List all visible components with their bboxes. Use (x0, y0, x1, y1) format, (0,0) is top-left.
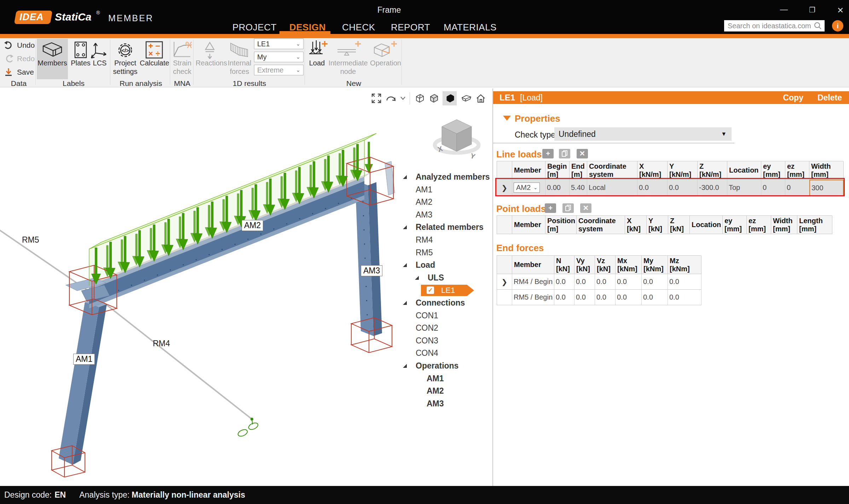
tree-item-am2[interactable]: AM2 (402, 196, 432, 208)
column-am3[interactable] (355, 180, 382, 336)
end-force-cell[interactable]: 0.0 (668, 290, 701, 305)
result-extreme-combo[interactable]: Extreme⌄ (254, 65, 304, 75)
tab-project[interactable]: PROJECT (232, 22, 277, 33)
line-load-begin-cell[interactable]: 0.00 (545, 180, 570, 196)
result-component-combo[interactable]: My⌄ (254, 52, 304, 62)
line-loads-add-button[interactable]: + (542, 149, 554, 158)
line-load-y-cell[interactable]: 0.0 (668, 180, 698, 196)
tree-item-load[interactable]: Load (402, 259, 435, 271)
home-view-icon[interactable] (476, 93, 486, 103)
info-button[interactable]: i (832, 20, 843, 31)
internal-forces-button[interactable] (229, 41, 249, 60)
tree-item-rm5[interactable]: RM5 (402, 247, 433, 259)
delete-button[interactable]: Delete (818, 93, 842, 103)
line-loads-delete-button[interactable]: ✕ (577, 149, 588, 158)
label-rm5[interactable]: RM5 (22, 235, 39, 245)
intermediate-node-button[interactable] (333, 40, 364, 61)
tab-report[interactable]: REPORT (391, 22, 430, 33)
end-force-member-cell[interactable]: RM5 / Begin (512, 290, 554, 305)
zoom-fit-icon[interactable] (371, 93, 381, 103)
nav-cube[interactable]: X Y (435, 120, 479, 161)
minimize-button[interactable]: — (780, 5, 788, 14)
label-am1[interactable]: AM1 (73, 354, 95, 365)
search-icon[interactable] (814, 22, 822, 30)
line-load-width-cell[interactable]: 300 (809, 180, 844, 196)
line-load-member-cell[interactable]: AM2⌄ (512, 180, 545, 196)
end-force-cell[interactable]: 0.0 (595, 274, 616, 290)
members-button[interactable] (41, 41, 64, 60)
operation-button[interactable] (371, 40, 400, 61)
point-loads-add-button[interactable]: + (545, 203, 556, 213)
view-shaded-edges-icon[interactable] (428, 93, 438, 103)
line-load-ey-cell[interactable]: 0 (761, 180, 785, 196)
end-force-cell[interactable]: 0.0 (554, 274, 574, 290)
end-force-cell[interactable]: 0.0 (642, 290, 668, 305)
strain-check-button[interactable]: % (172, 40, 192, 61)
undo-button[interactable]: Undo (4, 41, 14, 52)
maximize-button[interactable]: ❐ (809, 6, 815, 14)
lcs-button[interactable] (91, 40, 110, 61)
member-rm4-line[interactable] (91, 293, 252, 419)
end-force-cell[interactable]: 0.0 (595, 290, 616, 305)
end-force-cell[interactable]: 0.0 (554, 290, 574, 305)
tab-check[interactable]: CHECK (342, 22, 375, 33)
end-force-member-cell[interactable]: RM4 / Begin (512, 274, 554, 290)
tree-item-rm4[interactable]: RM4 (402, 234, 433, 246)
line-load-z-cell[interactable]: -300.0 (698, 180, 727, 196)
line-load-end-cell[interactable]: 5.40 (570, 180, 587, 196)
end-force-cell[interactable]: 0.0 (574, 290, 595, 305)
reactions-button[interactable] (201, 41, 219, 61)
plates-button[interactable] (73, 41, 88, 60)
result-load-combo[interactable]: LE1⌄ (254, 39, 304, 49)
tree-item-am1[interactable]: AM1 (402, 184, 432, 196)
end-force-cell[interactable]: 0.0 (668, 274, 701, 290)
rotate-view-chevron[interactable] (400, 97, 405, 100)
line-load-x-cell[interactable]: 0.0 (637, 180, 668, 196)
tree-item-con4[interactable]: CON4 (402, 347, 438, 359)
tree-item-connections[interactable]: Connections (402, 297, 465, 309)
row-expander[interactable]: ❯ (497, 274, 512, 290)
le1-checkbox[interactable]: ✓ (427, 286, 434, 294)
label-am2[interactable]: AM2 (242, 220, 263, 231)
save-button[interactable]: Save (4, 68, 14, 79)
column-am1[interactable] (59, 300, 107, 465)
label-rm4[interactable]: RM4 (153, 339, 170, 348)
point-loads-delete-button[interactable]: ✕ (580, 203, 591, 213)
tree-item-con2[interactable]: CON2 (402, 322, 438, 334)
search-box[interactable]: Search on ideastatica.com (724, 20, 825, 31)
tree-item-am2[interactable]: AM2 (402, 385, 444, 397)
end-force-cell[interactable]: 0.0 (574, 274, 595, 290)
tree-item-operations[interactable]: Operations (402, 360, 458, 372)
tree-item-con3[interactable]: CON3 (402, 335, 438, 347)
tree-item-con1[interactable]: CON1 (402, 309, 438, 322)
end-force-cell[interactable]: 0.0 (642, 274, 668, 290)
tree-item-le1-selected[interactable]: ✓LE1 (421, 285, 467, 296)
redo-button[interactable]: Redo (4, 54, 14, 65)
tree-item-related-members[interactable]: Related members (402, 221, 484, 233)
project-settings-button[interactable]: </> (115, 40, 135, 62)
tree-item-am3[interactable]: AM3 (402, 209, 432, 221)
check-type-select[interactable]: Undefined ▼ (554, 127, 732, 141)
label-am3[interactable]: AM3 (361, 265, 382, 276)
tree-item-analyzed-members[interactable]: Analyzed members (402, 171, 490, 183)
end-force-cell[interactable]: 0.0 (616, 274, 642, 290)
tab-materials[interactable]: MATERIALS (444, 22, 497, 33)
line-load-coord-cell[interactable]: Local (587, 180, 637, 196)
load-button[interactable] (308, 40, 329, 61)
view-wireframe-icon[interactable] (414, 93, 424, 103)
tree-item-am3[interactable]: AM3 (402, 398, 444, 410)
row-expander[interactable]: ❯ (497, 180, 512, 196)
calculate-button[interactable]: +−×÷ (145, 41, 163, 60)
section-view-icon[interactable] (461, 93, 472, 103)
point-loads-copy-button[interactable] (562, 203, 574, 213)
viewport-3d[interactable]: X Y AM2 AM3 AM1 RM5 RM4 Analyzed members… (0, 88, 492, 486)
tree-item-uls[interactable]: ULS (402, 272, 444, 284)
view-solid-button[interactable] (443, 91, 457, 105)
properties-collapse-icon[interactable] (503, 116, 511, 121)
tree-item-am1[interactable]: AM1 (402, 372, 444, 385)
end-force-cell[interactable]: 0.0 (616, 290, 642, 305)
line-loads-copy-button[interactable] (559, 149, 570, 158)
rotate-view-icon[interactable] (386, 93, 396, 103)
close-button[interactable]: ✕ (837, 6, 844, 15)
line-load-location-cell[interactable]: Top (727, 180, 761, 196)
